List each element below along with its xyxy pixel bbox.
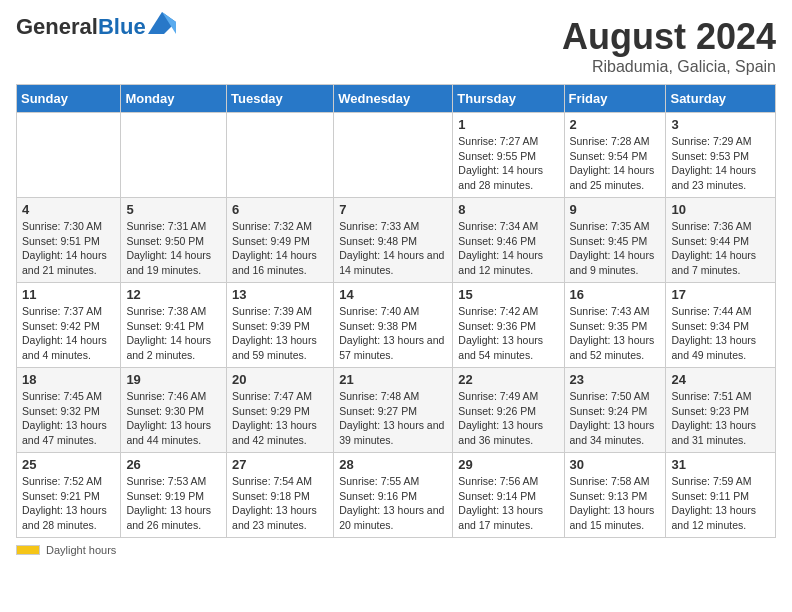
day-number: 2 [570, 117, 661, 132]
calendar-cell: 8Sunrise: 7:34 AMSunset: 9:46 PMDaylight… [453, 198, 564, 283]
calendar-cell: 22Sunrise: 7:49 AMSunset: 9:26 PMDayligh… [453, 368, 564, 453]
day-number: 28 [339, 457, 447, 472]
logo-icon [148, 12, 176, 34]
day-number: 27 [232, 457, 328, 472]
title-area: August 2024 Ribadumia, Galicia, Spain [562, 16, 776, 76]
day-number: 30 [570, 457, 661, 472]
day-info: Sunrise: 7:40 AMSunset: 9:38 PMDaylight:… [339, 304, 447, 363]
calendar-cell: 5Sunrise: 7:31 AMSunset: 9:50 PMDaylight… [121, 198, 227, 283]
calendar-cell: 23Sunrise: 7:50 AMSunset: 9:24 PMDayligh… [564, 368, 666, 453]
calendar-cell: 25Sunrise: 7:52 AMSunset: 9:21 PMDayligh… [17, 453, 121, 538]
day-number: 5 [126, 202, 221, 217]
calendar-week-row: 25Sunrise: 7:52 AMSunset: 9:21 PMDayligh… [17, 453, 776, 538]
daylight-bar-icon [16, 545, 40, 555]
calendar-cell: 11Sunrise: 7:37 AMSunset: 9:42 PMDayligh… [17, 283, 121, 368]
day-number: 26 [126, 457, 221, 472]
weekday-header: Wednesday [334, 85, 453, 113]
calendar-cell: 12Sunrise: 7:38 AMSunset: 9:41 PMDayligh… [121, 283, 227, 368]
day-number: 7 [339, 202, 447, 217]
day-number: 9 [570, 202, 661, 217]
calendar-cell: 2Sunrise: 7:28 AMSunset: 9:54 PMDaylight… [564, 113, 666, 198]
weekday-header: Sunday [17, 85, 121, 113]
calendar-cell: 26Sunrise: 7:53 AMSunset: 9:19 PMDayligh… [121, 453, 227, 538]
calendar-week-row: 18Sunrise: 7:45 AMSunset: 9:32 PMDayligh… [17, 368, 776, 453]
day-number: 23 [570, 372, 661, 387]
day-info: Sunrise: 7:55 AMSunset: 9:16 PMDaylight:… [339, 474, 447, 533]
weekday-header: Monday [121, 85, 227, 113]
day-info: Sunrise: 7:48 AMSunset: 9:27 PMDaylight:… [339, 389, 447, 448]
daylight-label: Daylight hours [46, 544, 116, 556]
calendar-cell [121, 113, 227, 198]
day-info: Sunrise: 7:59 AMSunset: 9:11 PMDaylight:… [671, 474, 770, 533]
day-number: 17 [671, 287, 770, 302]
day-info: Sunrise: 7:28 AMSunset: 9:54 PMDaylight:… [570, 134, 661, 193]
day-number: 21 [339, 372, 447, 387]
calendar-cell: 29Sunrise: 7:56 AMSunset: 9:14 PMDayligh… [453, 453, 564, 538]
day-info: Sunrise: 7:31 AMSunset: 9:50 PMDaylight:… [126, 219, 221, 278]
calendar-cell: 4Sunrise: 7:30 AMSunset: 9:51 PMDaylight… [17, 198, 121, 283]
footer-note: Daylight hours [16, 544, 776, 556]
day-info: Sunrise: 7:51 AMSunset: 9:23 PMDaylight:… [671, 389, 770, 448]
day-info: Sunrise: 7:56 AMSunset: 9:14 PMDaylight:… [458, 474, 558, 533]
calendar-cell: 13Sunrise: 7:39 AMSunset: 9:39 PMDayligh… [227, 283, 334, 368]
calendar-cell: 1Sunrise: 7:27 AMSunset: 9:55 PMDaylight… [453, 113, 564, 198]
calendar-header-row: SundayMondayTuesdayWednesdayThursdayFrid… [17, 85, 776, 113]
day-info: Sunrise: 7:45 AMSunset: 9:32 PMDaylight:… [22, 389, 115, 448]
day-number: 8 [458, 202, 558, 217]
calendar-cell [334, 113, 453, 198]
calendar-cell: 31Sunrise: 7:59 AMSunset: 9:11 PMDayligh… [666, 453, 776, 538]
day-info: Sunrise: 7:39 AMSunset: 9:39 PMDaylight:… [232, 304, 328, 363]
day-info: Sunrise: 7:36 AMSunset: 9:44 PMDaylight:… [671, 219, 770, 278]
day-number: 11 [22, 287, 115, 302]
day-info: Sunrise: 7:50 AMSunset: 9:24 PMDaylight:… [570, 389, 661, 448]
weekday-header: Friday [564, 85, 666, 113]
calendar-cell [227, 113, 334, 198]
calendar-week-row: 1Sunrise: 7:27 AMSunset: 9:55 PMDaylight… [17, 113, 776, 198]
day-info: Sunrise: 7:47 AMSunset: 9:29 PMDaylight:… [232, 389, 328, 448]
calendar-week-row: 11Sunrise: 7:37 AMSunset: 9:42 PMDayligh… [17, 283, 776, 368]
day-number: 20 [232, 372, 328, 387]
calendar-cell: 28Sunrise: 7:55 AMSunset: 9:16 PMDayligh… [334, 453, 453, 538]
weekday-header: Saturday [666, 85, 776, 113]
day-info: Sunrise: 7:33 AMSunset: 9:48 PMDaylight:… [339, 219, 447, 278]
day-info: Sunrise: 7:46 AMSunset: 9:30 PMDaylight:… [126, 389, 221, 448]
main-title: August 2024 [562, 16, 776, 58]
day-number: 19 [126, 372, 221, 387]
calendar-cell: 30Sunrise: 7:58 AMSunset: 9:13 PMDayligh… [564, 453, 666, 538]
day-number: 16 [570, 287, 661, 302]
day-info: Sunrise: 7:49 AMSunset: 9:26 PMDaylight:… [458, 389, 558, 448]
calendar-cell: 20Sunrise: 7:47 AMSunset: 9:29 PMDayligh… [227, 368, 334, 453]
calendar-cell: 27Sunrise: 7:54 AMSunset: 9:18 PMDayligh… [227, 453, 334, 538]
day-info: Sunrise: 7:34 AMSunset: 9:46 PMDaylight:… [458, 219, 558, 278]
logo-general: General [16, 14, 98, 39]
calendar-cell: 6Sunrise: 7:32 AMSunset: 9:49 PMDaylight… [227, 198, 334, 283]
calendar-cell [17, 113, 121, 198]
day-info: Sunrise: 7:54 AMSunset: 9:18 PMDaylight:… [232, 474, 328, 533]
calendar-cell: 16Sunrise: 7:43 AMSunset: 9:35 PMDayligh… [564, 283, 666, 368]
calendar-cell: 24Sunrise: 7:51 AMSunset: 9:23 PMDayligh… [666, 368, 776, 453]
weekday-header: Thursday [453, 85, 564, 113]
day-number: 15 [458, 287, 558, 302]
day-info: Sunrise: 7:35 AMSunset: 9:45 PMDaylight:… [570, 219, 661, 278]
day-number: 24 [671, 372, 770, 387]
calendar: SundayMondayTuesdayWednesdayThursdayFrid… [16, 84, 776, 538]
day-info: Sunrise: 7:43 AMSunset: 9:35 PMDaylight:… [570, 304, 661, 363]
day-number: 29 [458, 457, 558, 472]
day-info: Sunrise: 7:42 AMSunset: 9:36 PMDaylight:… [458, 304, 558, 363]
day-number: 18 [22, 372, 115, 387]
day-info: Sunrise: 7:38 AMSunset: 9:41 PMDaylight:… [126, 304, 221, 363]
calendar-cell: 15Sunrise: 7:42 AMSunset: 9:36 PMDayligh… [453, 283, 564, 368]
calendar-week-row: 4Sunrise: 7:30 AMSunset: 9:51 PMDaylight… [17, 198, 776, 283]
day-number: 14 [339, 287, 447, 302]
day-info: Sunrise: 7:44 AMSunset: 9:34 PMDaylight:… [671, 304, 770, 363]
day-number: 6 [232, 202, 328, 217]
calendar-cell: 7Sunrise: 7:33 AMSunset: 9:48 PMDaylight… [334, 198, 453, 283]
header: GeneralBlue August 2024 Ribadumia, Galic… [16, 16, 776, 76]
calendar-cell: 3Sunrise: 7:29 AMSunset: 9:53 PMDaylight… [666, 113, 776, 198]
calendar-cell: 17Sunrise: 7:44 AMSunset: 9:34 PMDayligh… [666, 283, 776, 368]
day-number: 4 [22, 202, 115, 217]
day-number: 1 [458, 117, 558, 132]
day-number: 22 [458, 372, 558, 387]
day-number: 31 [671, 457, 770, 472]
day-number: 12 [126, 287, 221, 302]
